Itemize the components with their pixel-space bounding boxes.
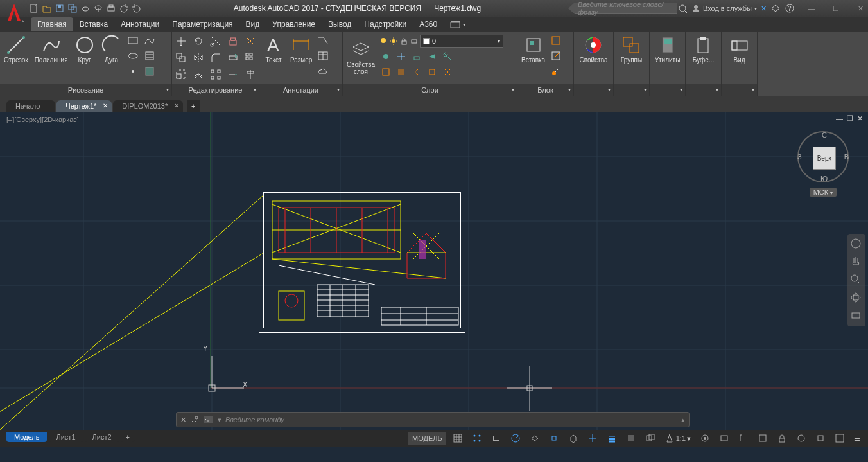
- panel-annotation-title[interactable]: Аннотации: [259, 84, 342, 96]
- arc-button[interactable]: Дуга: [99, 33, 125, 65]
- qat-saveas-icon[interactable]: [67, 3, 78, 14]
- panel-draw-title[interactable]: Рисование: [0, 84, 171, 96]
- tab-output[interactable]: Вывод: [322, 17, 358, 31]
- status-osnap-icon[interactable]: [546, 432, 562, 445]
- polyline-button[interactable]: Полилиния: [32, 33, 71, 65]
- tab-parametric[interactable]: Параметризация: [166, 17, 239, 31]
- search-input[interactable]: Введите ключевое слово/фразу: [575, 3, 677, 14]
- ellipse-icon[interactable]: [126, 49, 140, 63]
- explode-icon[interactable]: [243, 34, 257, 48]
- status-cleanscreen-icon[interactable]: [832, 432, 847, 445]
- layer-plot-icon[interactable]: [410, 37, 419, 46]
- viewcube-north[interactable]: С: [822, 131, 827, 139]
- close-tab-icon[interactable]: ✕: [103, 102, 108, 109]
- close-button[interactable]: ✕: [855, 3, 865, 13]
- panel-block-title[interactable]: Блок: [517, 84, 573, 96]
- edit-attr-icon[interactable]: [549, 64, 563, 78]
- filetab-drawing1[interactable]: Чертеж1*✕: [56, 100, 112, 112]
- rotate-icon[interactable]: [191, 34, 205, 48]
- fillet-icon[interactable]: [209, 51, 223, 65]
- layer-combo[interactable]: 0▾: [420, 35, 503, 48]
- rectangle-icon[interactable]: [126, 33, 140, 48]
- status-annomonitor-icon[interactable]: [716, 432, 732, 445]
- qat-open-icon[interactable]: [41, 3, 53, 14]
- status-transparency-icon[interactable]: [623, 432, 639, 445]
- viewcube-west[interactable]: З: [797, 153, 802, 161]
- layer-states-icon[interactable]: [425, 65, 439, 79]
- array-icon[interactable]: [243, 51, 257, 65]
- leader-icon[interactable]: [316, 33, 330, 48]
- tab-manage[interactable]: Управление: [266, 17, 322, 31]
- status-model-button[interactable]: МОДЕЛЬ: [408, 432, 446, 445]
- panel-modify-title[interactable]: Редактирование: [172, 84, 259, 96]
- status-quickprops-icon[interactable]: [755, 432, 770, 445]
- tab-insert[interactable]: Вставка: [73, 17, 115, 31]
- filetab-start[interactable]: Начало: [6, 100, 55, 112]
- add-tab-button[interactable]: +: [187, 100, 200, 112]
- panel-properties-title[interactable]: [574, 84, 613, 96]
- layer-uniso-icon[interactable]: [394, 65, 408, 79]
- layer-off-icon[interactable]: [379, 49, 393, 64]
- status-workspace-icon[interactable]: [697, 432, 713, 445]
- layouttab-model[interactable]: Модель: [6, 432, 47, 442]
- filetab-diplom[interactable]: DIPLOM2013*✕: [113, 100, 183, 112]
- layer-properties-button[interactable]: Свойства слоя: [345, 39, 376, 75]
- infocenter-icon[interactable]: [677, 3, 688, 13]
- orbit-icon[interactable]: [850, 292, 863, 305]
- layer-lock2-icon[interactable]: [410, 49, 424, 64]
- table-icon[interactable]: [316, 49, 330, 63]
- layer-change-icon[interactable]: [440, 65, 455, 79]
- cmdline-close-icon[interactable]: ✕: [177, 416, 189, 424]
- qat-undo-icon[interactable]: [118, 3, 130, 14]
- tab-a360[interactable]: A360: [413, 17, 444, 31]
- maximize-button[interactable]: ☐: [831, 3, 841, 13]
- minimize-button[interactable]: —: [806, 3, 817, 13]
- spline-icon[interactable]: [143, 33, 157, 48]
- text-button[interactable]: AТекст: [261, 33, 286, 65]
- layer-match-icon[interactable]: [440, 49, 455, 64]
- layer-bulb-icon[interactable]: [379, 37, 388, 46]
- cloud-icon[interactable]: [316, 64, 330, 78]
- qat-redo-icon[interactable]: [131, 3, 143, 14]
- status-snap-icon[interactable]: [469, 432, 485, 445]
- groups-button[interactable]: Группы: [618, 33, 645, 65]
- qat-new-icon[interactable]: [28, 3, 40, 14]
- command-input[interactable]: Введите команду: [221, 416, 677, 423]
- status-selection-cycling-icon[interactable]: [643, 432, 658, 445]
- workspace-switcher[interactable]: ▾: [450, 20, 465, 29]
- drawing-canvas[interactable]: [–][Сверху][2D-каркас] — ❐ ✕: [0, 112, 868, 430]
- close-tab-icon[interactable]: ✕: [174, 102, 179, 109]
- status-units-icon[interactable]: [736, 432, 751, 445]
- point-icon[interactable]: [126, 64, 140, 78]
- erase-icon[interactable]: [226, 34, 240, 48]
- cmdline-recent-icon[interactable]: ▴: [677, 416, 689, 424]
- mirror-icon[interactable]: [191, 51, 205, 65]
- trim-icon[interactable]: [209, 34, 223, 48]
- status-customize-icon[interactable]: ☰: [851, 432, 863, 445]
- panel-clipboard-title[interactable]: [686, 84, 721, 96]
- qat-cloud-open-icon[interactable]: [80, 3, 91, 14]
- viewcube[interactable]: С Ю З В Верх МСК ▾: [791, 131, 855, 197]
- status-grid-icon[interactable]: [450, 432, 465, 445]
- layer-sun-icon[interactable]: [389, 37, 398, 46]
- hatch-icon[interactable]: [143, 49, 157, 63]
- command-line[interactable]: ✕ ▾ Введите команду ▴: [176, 412, 690, 427]
- layer-lock-icon[interactable]: [399, 37, 408, 46]
- region-icon[interactable]: [143, 64, 157, 78]
- status-polar-icon[interactable]: [508, 432, 523, 445]
- status-ortho-icon[interactable]: [489, 432, 504, 445]
- status-isodraft-icon[interactable]: [527, 432, 542, 445]
- edit-block-icon[interactable]: [549, 49, 563, 63]
- status-lwt-icon[interactable]: [604, 432, 620, 445]
- properties-button[interactable]: Свойства: [577, 33, 611, 65]
- status-annoscale-icon[interactable]: 1:1▾: [662, 432, 693, 445]
- line-button[interactable]: Отрезок: [1, 33, 31, 65]
- move-icon[interactable]: [174, 34, 188, 48]
- stretch-icon[interactable]: [226, 51, 240, 65]
- status-isolate-icon[interactable]: [794, 432, 809, 445]
- tab-annotate[interactable]: Аннотации: [114, 17, 166, 31]
- copy-icon[interactable]: [174, 51, 188, 65]
- layer-iso-icon[interactable]: [379, 65, 393, 79]
- cmdline-options-icon[interactable]: [189, 415, 202, 424]
- viewcube-east[interactable]: В: [844, 153, 849, 161]
